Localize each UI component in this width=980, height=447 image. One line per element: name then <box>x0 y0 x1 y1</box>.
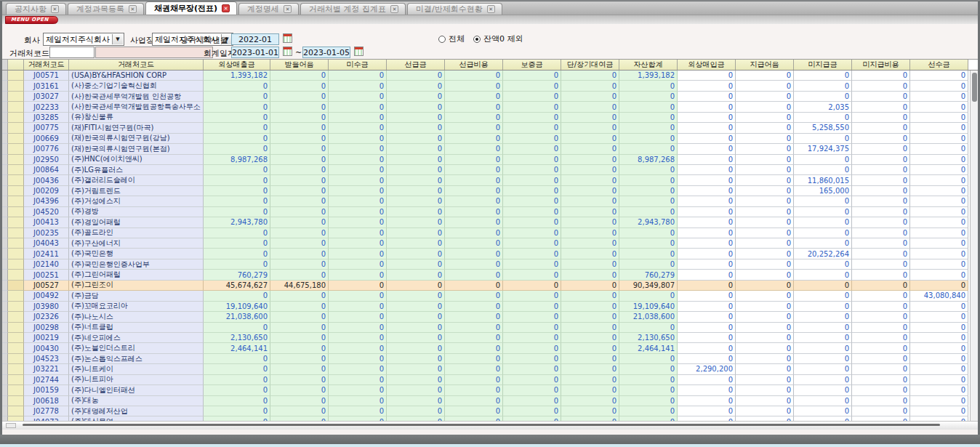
table-row[interactable]: J02950(주)HNC(에이치앤씨)8,987,2680000008,987,… <box>2 155 970 165</box>
table-row[interactable]: J00413(주)경일어패럴2,943,7800000002,943,78000… <box>2 217 970 227</box>
row-selector-cell[interactable] <box>8 134 24 144</box>
table-row[interactable]: J00492(주)금담00000000000043,080,840 <box>2 291 970 301</box>
tab-1[interactable]: 계정과목등록✕ <box>68 3 144 15</box>
row-selector-cell[interactable] <box>8 71 24 81</box>
table-row[interactable]: J00618(주)대농0000000000000 <box>2 396 970 406</box>
table-row[interactable]: J03980(주)꼬매요코리아19,109,64000000019,109,64… <box>2 302 970 312</box>
vertical-scrollbar-thumb[interactable] <box>972 73 977 102</box>
column-header[interactable]: 단/장기대여금 <box>561 60 619 70</box>
horizontal-scrollbar-button[interactable] <box>6 423 16 428</box>
column-header[interactable]: 외상매출금 <box>204 60 270 70</box>
row-selector-cell[interactable] <box>8 207 24 217</box>
table-row[interactable]: J03027(사)한국관세무역개발원 인천공항0000000000000 <box>2 92 970 102</box>
row-selector-cell[interactable] <box>8 113 24 123</box>
tab-2[interactable]: 채권채무장(전표)✕ <box>145 1 237 15</box>
table-row[interactable]: J02744(주)니트피아0000000000000 <box>2 375 970 385</box>
table-row[interactable]: J00430(주)노블인더스트리2,464,1410000002,464,141… <box>2 343 970 353</box>
row-selector-cell[interactable] <box>8 196 24 206</box>
tab-close-icon[interactable]: ✕ <box>222 4 230 12</box>
table-row[interactable]: J02411(주)국민은행000000000020,252,26400 <box>2 249 970 259</box>
row-selector-cell[interactable] <box>8 302 24 312</box>
column-header[interactable]: 받을어음 <box>270 60 329 70</box>
tab-close-icon[interactable]: ✕ <box>487 5 495 13</box>
row-selector-cell[interactable] <box>8 364 24 374</box>
row-selector-cell[interactable] <box>8 102 24 112</box>
table-row[interactable]: J00527(주)그린조이45,674,62744,675,1800000090… <box>2 281 970 291</box>
row-selector-cell[interactable] <box>8 123 24 133</box>
row-selector-cell[interactable] <box>8 281 24 291</box>
radio-all[interactable]: 전체 <box>438 33 465 44</box>
tab-close-icon[interactable]: ✕ <box>390 5 398 13</box>
vendor-code-input[interactable] <box>49 47 95 58</box>
column-header[interactable]: 선수금 <box>910 60 968 70</box>
vertical-scrollbar[interactable] <box>970 71 978 421</box>
column-header[interactable]: 미지급금 <box>794 60 852 70</box>
table-row[interactable]: J00235(주)골드라인0000000000000 <box>2 228 970 238</box>
table-row[interactable]: J03285(유)창신물류0000000000000 <box>2 113 970 123</box>
column-header[interactable]: 거래처코드 <box>24 60 69 70</box>
row-selector-cell[interactable] <box>8 323 24 333</box>
row-selector-cell[interactable] <box>8 354 24 364</box>
row-selector-cell[interactable] <box>8 385 24 395</box>
tab-5[interactable]: 미결/반제회수현황✕ <box>407 3 502 15</box>
row-selector-cell[interactable] <box>8 144 24 154</box>
column-header[interactable]: 거래처코드 <box>69 60 204 70</box>
row-selector-cell[interactable] <box>8 270 24 280</box>
column-header[interactable]: 선급금 <box>387 60 445 70</box>
table-row[interactable]: J02326(주)나노시스21,038,60000000021,038,6000… <box>2 312 970 322</box>
horizontal-scrollbar[interactable] <box>2 421 978 430</box>
calendar-icon[interactable] <box>354 47 364 56</box>
tab-4[interactable]: 거래처별 계정 집계표✕ <box>300 3 406 15</box>
horizontal-scrollbar-thumb[interactable] <box>23 424 940 426</box>
tab-3[interactable]: 계정명세✕ <box>238 3 299 15</box>
row-selector-cell[interactable] <box>8 333 24 343</box>
row-selector-cell[interactable] <box>8 186 24 196</box>
table-row[interactable]: J02233(사)한국관세무역개발원공항특송사무소00000000002,035… <box>2 102 970 112</box>
row-selector-cell[interactable] <box>8 175 24 185</box>
company-select[interactable]: 제일저지주식회사 ▼ <box>43 33 124 46</box>
tab-0[interactable]: 공지사항✕ <box>6 3 66 15</box>
row-selector-cell[interactable] <box>8 217 24 227</box>
date-from-input[interactable]: 2023-01-01 <box>231 47 279 58</box>
row-selector-cell[interactable] <box>8 249 24 259</box>
row-selector-cell[interactable] <box>8 155 24 165</box>
table-row[interactable]: J00864(주)LG유플러스0000000000000 <box>2 165 970 175</box>
date-to-input[interactable]: 2023-01-05 <box>302 47 350 58</box>
row-selector-cell[interactable] <box>8 238 24 249</box>
column-header[interactable]: 선급비용 <box>445 60 503 70</box>
row-selector-cell[interactable] <box>8 343 24 353</box>
table-row[interactable]: J00219(주)네오피에스2,130,6500000002,130,65000… <box>2 333 970 343</box>
table-row[interactable]: J00298(주)너트클럽0000000000000 <box>2 323 970 333</box>
calendar-icon[interactable] <box>283 47 292 56</box>
table-row[interactable]: J04396(주)거성에스지0000000000000 <box>2 196 970 206</box>
radio-exclude-zero[interactable]: 잔액0 제외 <box>473 33 523 44</box>
row-selector-cell[interactable] <box>8 165 24 175</box>
row-selector-cell[interactable] <box>8 375 24 385</box>
table-row[interactable]: J00571(USA)BY&HFASHION CORP1,393,1820000… <box>2 71 970 81</box>
column-header[interactable]: 자산합계 <box>619 60 678 70</box>
row-selector-cell[interactable] <box>8 291 24 301</box>
row-selector-cell[interactable] <box>8 228 24 238</box>
row-selector-cell[interactable] <box>8 396 24 406</box>
tab-close-icon[interactable]: ✕ <box>129 5 137 13</box>
table-row[interactable]: J02140(주)국민은행인증사업부0000000000000 <box>2 259 970 270</box>
table-row[interactable]: J03221(주)니트케이000000002,290,2000000 <box>2 364 970 374</box>
column-header[interactable]: 보증금 <box>503 60 561 70</box>
table-row[interactable]: J00775(재)FITI시험연구원(마곡)00000000005,258,55… <box>2 123 970 133</box>
tab-close-icon[interactable]: ✕ <box>284 5 292 13</box>
calendar-icon[interactable] <box>283 33 292 43</box>
table-row[interactable]: J03161(사)중소기업기술혁신협회0000000000000 <box>2 81 970 91</box>
table-row[interactable]: J00251(주)그린어패럴760,279000000760,27900000 <box>2 270 970 280</box>
table-row[interactable]: J02778(주)대명레저산업0000000000000 <box>2 406 970 416</box>
tab-close-icon[interactable]: ✕ <box>51 5 59 13</box>
table-row[interactable]: J04520(주)경방0000000000000 <box>2 207 970 217</box>
table-row[interactable]: J00436(주)갤러리드슬레이000000000011,860,01500 <box>2 175 970 185</box>
row-selector-cell[interactable] <box>8 406 24 416</box>
table-row[interactable]: J04043(주)구산에너지0000000000000 <box>2 238 970 249</box>
table-row[interactable]: J00159(주)다니엘인터패션0000000000000 <box>2 385 970 395</box>
table-row[interactable]: J00669(재)한국의류시험연구원(강남)0000000000000 <box>2 134 970 144</box>
period-start-input[interactable]: 2022-01 <box>231 33 279 45</box>
column-header[interactable]: 지급어음 <box>736 60 794 70</box>
row-selector-cell[interactable] <box>8 81 24 91</box>
column-header[interactable]: 미수금 <box>329 60 387 70</box>
